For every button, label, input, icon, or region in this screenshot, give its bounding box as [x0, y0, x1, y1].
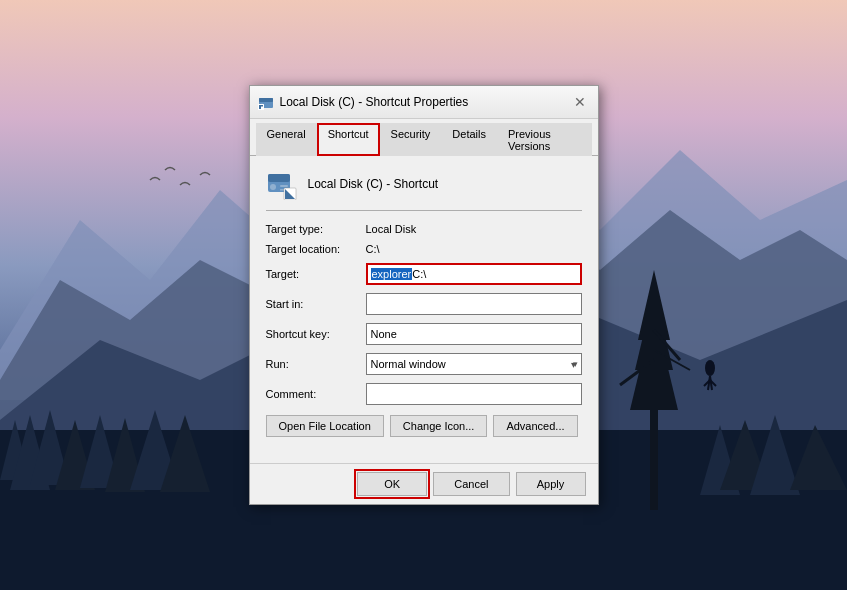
- apply-button[interactable]: Apply: [516, 472, 586, 496]
- properties-dialog: Local Disk (C) - Shortcut Properties ✕ G…: [249, 85, 599, 505]
- tabs-bar: General Shortcut Security Details Previo…: [250, 119, 598, 156]
- shortcut-key-label: Shortcut key:: [266, 328, 366, 340]
- target-plain-text: C:\: [412, 268, 426, 280]
- run-row: Run: Normal window Minimized Maximized ▾: [266, 353, 582, 375]
- svg-rect-35: [268, 174, 290, 182]
- target-location-value: C:\: [366, 243, 380, 255]
- tab-content: Local Disk (C) - Shortcut Target type: L…: [250, 156, 598, 463]
- comment-input[interactable]: [366, 383, 582, 405]
- svg-point-36: [270, 184, 276, 190]
- shortcut-icon: [266, 168, 298, 200]
- run-select-wrapper: Normal window Minimized Maximized ▾: [366, 353, 582, 375]
- title-bar: Local Disk (C) - Shortcut Properties ✕: [250, 86, 598, 119]
- target-location-label: Target location:: [266, 243, 366, 255]
- start-in-row: Start in:: [266, 293, 582, 315]
- start-in-label: Start in:: [266, 298, 366, 310]
- target-location-row: Target location: C:\: [266, 243, 582, 255]
- tab-shortcut[interactable]: Shortcut: [317, 123, 380, 156]
- target-label: Target:: [266, 268, 366, 280]
- shortcut-header: Local Disk (C) - Shortcut: [266, 168, 582, 211]
- change-icon-button[interactable]: Change Icon...: [390, 415, 488, 437]
- svg-rect-30: [259, 98, 273, 102]
- shortcut-name: Local Disk (C) - Shortcut: [308, 177, 439, 191]
- shortcut-key-row: Shortcut key:: [266, 323, 582, 345]
- run-label: Run:: [266, 358, 366, 370]
- title-bar-left: Local Disk (C) - Shortcut Properties: [258, 94, 469, 110]
- advanced-button[interactable]: Advanced...: [493, 415, 577, 437]
- comment-row: Comment:: [266, 383, 582, 405]
- target-selected-text: explorer: [371, 268, 413, 280]
- comment-label: Comment:: [266, 388, 366, 400]
- target-field[interactable]: explorerC:\: [366, 263, 582, 285]
- tab-details[interactable]: Details: [441, 123, 497, 156]
- open-file-location-button[interactable]: Open File Location: [266, 415, 384, 437]
- target-type-label: Target type:: [266, 223, 366, 235]
- target-row: Target: explorerC:\: [266, 263, 582, 285]
- tab-previous-versions[interactable]: Previous Versions: [497, 123, 592, 156]
- cancel-button[interactable]: Cancel: [433, 472, 509, 496]
- target-type-row: Target type: Local Disk: [266, 223, 582, 235]
- shortcut-key-input[interactable]: [366, 323, 582, 345]
- title-icon: [258, 94, 274, 110]
- start-in-input[interactable]: [366, 293, 582, 315]
- run-select[interactable]: Normal window Minimized Maximized: [366, 353, 582, 375]
- action-buttons: Open File Location Change Icon... Advanc…: [266, 415, 582, 437]
- close-button[interactable]: ✕: [570, 92, 590, 112]
- ok-button[interactable]: OK: [357, 472, 427, 496]
- target-type-value: Local Disk: [366, 223, 417, 235]
- dialog-title: Local Disk (C) - Shortcut Properties: [280, 95, 469, 109]
- dialog-overlay: Local Disk (C) - Shortcut Properties ✕ G…: [0, 0, 847, 590]
- bottom-bar: OK Cancel Apply: [250, 463, 598, 504]
- svg-rect-37: [280, 185, 288, 187]
- tab-general[interactable]: General: [256, 123, 317, 156]
- tab-security[interactable]: Security: [380, 123, 442, 156]
